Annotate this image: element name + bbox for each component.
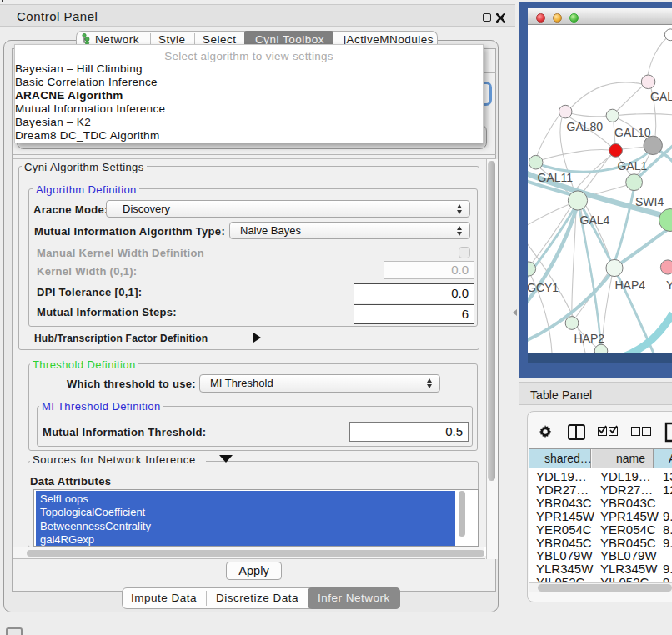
svg-text:HAP2: HAP2 bbox=[574, 332, 605, 345]
svg-text:GCY1: GCY1 bbox=[528, 281, 559, 294]
svg-text:GAL1: GAL1 bbox=[618, 159, 648, 172]
svg-text:HAP4: HAP4 bbox=[615, 278, 646, 292]
svg-text:GAL80: GAL80 bbox=[567, 120, 604, 133]
svg-text:GAL: GAL bbox=[650, 90, 672, 103]
svg-text:GAL10: GAL10 bbox=[614, 126, 651, 139]
svg-text:GAL11: GAL11 bbox=[538, 171, 574, 184]
svg-text:SWI4: SWI4 bbox=[635, 195, 664, 208]
svg-text:GAL4: GAL4 bbox=[580, 213, 610, 227]
svg-text:Y: Y bbox=[666, 278, 672, 292]
